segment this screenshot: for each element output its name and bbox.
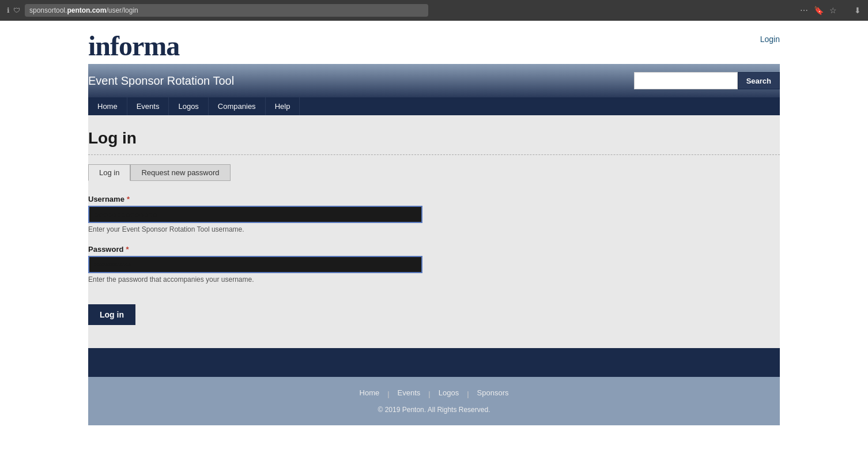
search-area: Search [634,72,780,89]
footer-link-logos[interactable]: Logos [431,388,467,400]
username-section: Username* Enter your Event Sponsor Rotat… [88,195,780,233]
address-bar[interactable]: sponsortool.penton.com/user/login [25,4,428,17]
tab-request-password[interactable]: Request new password [130,164,230,181]
password-label: Password* [88,245,780,254]
shield-icon: 🛡 [13,6,20,14]
download-icon[interactable]: ⬇ [854,6,861,15]
username-input[interactable] [88,206,422,223]
page-title: Log in [88,129,780,155]
password-section: Password* Enter the password that accomp… [88,245,780,284]
url-domain: penton.com [67,6,106,14]
banner-title: Event Sponsor Rotation Tool [88,74,234,88]
password-input[interactable] [88,256,422,273]
nav-item-home[interactable]: Home [88,97,127,115]
bookmark-icon[interactable]: 🔖 [814,6,824,15]
site-banner: Event Sponsor Rotation Tool Search [88,64,780,97]
main-content: Log in Log in Request new password Usern… [88,115,780,348]
header-login-link[interactable]: Login [760,35,780,44]
search-button[interactable]: Search [738,72,780,89]
browser-security-icons: ℹ 🛡 [7,6,20,14]
footer-link-sponsors[interactable]: Sponsors [469,388,517,400]
tab-login[interactable]: Log in [88,164,130,181]
nav-item-companies[interactable]: Companies [209,97,266,115]
username-hint: Enter your Event Sponsor Rotation Tool u… [88,225,780,233]
footer-dark-band [88,348,780,377]
browser-chrome: ℹ 🛡 sponsortool.penton.com/user/login ⋯ … [0,0,868,21]
main-nav: Home Events Logos Companies Help [88,97,780,115]
info-icon: ℹ [7,6,10,14]
menu-icon[interactable]: ⋯ [800,6,808,15]
login-form: Username* Enter your Event Sponsor Rotat… [88,195,780,325]
footer-link-home[interactable]: Home [352,388,388,400]
nav-item-help[interactable]: Help [266,97,300,115]
url-suffix: /user/login [106,6,138,14]
username-required: * [127,195,130,203]
site-logo: informa [88,30,179,62]
nav-item-events[interactable]: Events [127,97,169,115]
password-required: * [126,245,129,254]
browser-right-icons: ⋯ 🔖 ☆ ⬇ [800,6,861,15]
footer-link-events[interactable]: Events [390,388,429,400]
search-input[interactable] [634,72,738,89]
password-hint: Enter the password that accompanies your… [88,275,780,284]
footer-copyright: © 2019 Penton. All Rights Reserved. [88,406,780,414]
username-label: Username* [88,195,780,203]
nav-item-logos[interactable]: Logos [169,97,208,115]
footer-light: Home | Events | Logos | Sponsors © 2019 … [88,377,780,425]
site-header: informa Login [88,21,780,62]
url-prefix: sponsortool. [29,6,67,14]
star-icon[interactable]: ☆ [829,6,837,15]
footer-links: Home | Events | Logos | Sponsors [88,388,780,400]
login-tabs: Log in Request new password [88,164,780,181]
login-submit-button[interactable]: Log in [88,304,135,325]
